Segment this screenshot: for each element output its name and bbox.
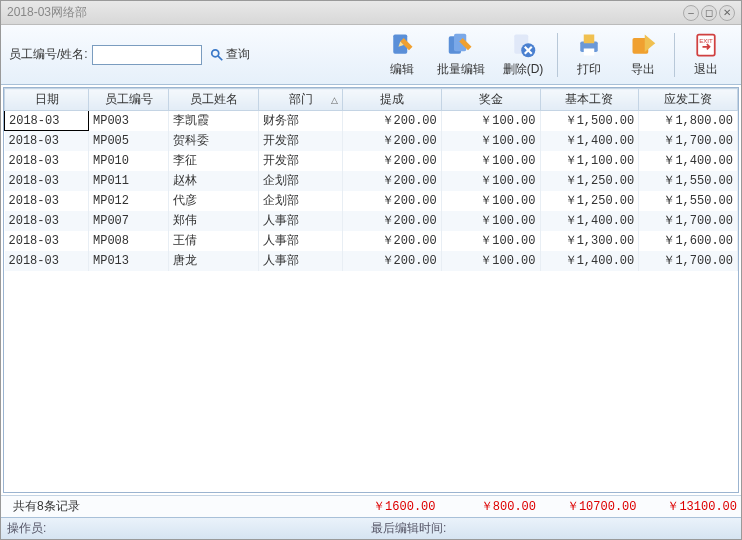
batch-edit-button[interactable]: 批量编辑 bbox=[429, 30, 493, 80]
table-cell[interactable]: 企划部 bbox=[259, 171, 343, 191]
exit-button[interactable]: EXIT 退出 bbox=[679, 30, 733, 80]
table-cell[interactable]: ￥1,400.00 bbox=[540, 251, 639, 271]
table-cell[interactable]: ￥1,550.00 bbox=[639, 191, 738, 211]
table-cell[interactable]: 代彦 bbox=[169, 191, 259, 211]
table-cell[interactable]: ￥1,300.00 bbox=[540, 231, 639, 251]
close-button[interactable]: ✕ bbox=[719, 5, 735, 21]
table-cell[interactable]: ￥200.00 bbox=[343, 231, 442, 251]
table-cell[interactable]: ￥1,550.00 bbox=[639, 171, 738, 191]
table-cell[interactable]: ￥1,800.00 bbox=[639, 111, 738, 131]
table-cell[interactable]: ￥100.00 bbox=[441, 251, 540, 271]
table-cell[interactable]: MP013 bbox=[89, 251, 169, 271]
delete-button[interactable]: 删除(D) bbox=[493, 30, 553, 80]
data-grid[interactable]: 日期 员工编号 员工姓名 部门△ 提成 奖金 基本工资 应发工资 2018-03… bbox=[3, 87, 739, 493]
table-cell[interactable]: ￥200.00 bbox=[343, 111, 442, 131]
table-cell[interactable]: ￥1,700.00 bbox=[639, 211, 738, 231]
table-cell[interactable]: 人事部 bbox=[259, 211, 343, 231]
table-cell[interactable]: MP003 bbox=[89, 111, 169, 131]
search-input[interactable] bbox=[92, 45, 202, 65]
table-cell[interactable]: ￥200.00 bbox=[343, 131, 442, 151]
table-cell[interactable]: 2018-03 bbox=[5, 131, 89, 151]
table-cell[interactable]: 开发部 bbox=[259, 151, 343, 171]
col-header-empno[interactable]: 员工编号 bbox=[89, 89, 169, 111]
table-cell[interactable]: 2018-03 bbox=[5, 231, 89, 251]
table-cell[interactable]: ￥1,250.00 bbox=[540, 191, 639, 211]
table-cell[interactable]: ￥1,600.00 bbox=[639, 231, 738, 251]
table-row[interactable]: 2018-03MP010李征开发部￥200.00￥100.00￥1,100.00… bbox=[5, 151, 738, 171]
table-cell[interactable]: ￥200.00 bbox=[343, 191, 442, 211]
print-icon bbox=[575, 31, 603, 59]
table-cell[interactable]: ￥1,400.00 bbox=[540, 211, 639, 231]
table-cell[interactable]: ￥1,500.00 bbox=[540, 111, 639, 131]
table-cell[interactable]: ￥200.00 bbox=[343, 211, 442, 231]
table-cell[interactable]: 郑伟 bbox=[169, 211, 259, 231]
col-header-commission[interactable]: 提成 bbox=[343, 89, 442, 111]
table-cell[interactable]: 王倩 bbox=[169, 231, 259, 251]
col-header-date[interactable]: 日期 bbox=[5, 89, 89, 111]
table-cell[interactable]: MP008 bbox=[89, 231, 169, 251]
print-label: 打印 bbox=[577, 61, 601, 78]
table-cell[interactable]: ￥1,400.00 bbox=[639, 151, 738, 171]
table-cell[interactable]: 2018-03 bbox=[5, 211, 89, 231]
table-cell[interactable]: 贺科委 bbox=[169, 131, 259, 151]
total-commission: ￥1600.00 bbox=[339, 498, 440, 515]
col-header-name[interactable]: 员工姓名 bbox=[169, 89, 259, 111]
table-cell[interactable]: 2018-03 bbox=[5, 171, 89, 191]
table-cell[interactable]: ￥1,700.00 bbox=[639, 131, 738, 151]
table-cell[interactable]: MP012 bbox=[89, 191, 169, 211]
table-cell[interactable]: 2018-03 bbox=[5, 111, 89, 131]
table-cell[interactable]: 2018-03 bbox=[5, 151, 89, 171]
table-cell[interactable]: ￥1,400.00 bbox=[540, 131, 639, 151]
table-cell[interactable]: ￥100.00 bbox=[441, 131, 540, 151]
table-cell[interactable]: 开发部 bbox=[259, 131, 343, 151]
table-cell[interactable]: ￥1,700.00 bbox=[639, 251, 738, 271]
table-row[interactable]: 2018-03MP008王倩人事部￥200.00￥100.00￥1,300.00… bbox=[5, 231, 738, 251]
col-header-bonus[interactable]: 奖金 bbox=[441, 89, 540, 111]
minimize-button[interactable]: – bbox=[683, 5, 699, 21]
table-cell[interactable]: ￥200.00 bbox=[343, 251, 442, 271]
table-cell[interactable]: ￥100.00 bbox=[441, 191, 540, 211]
table-row[interactable]: 2018-03MP013唐龙人事部￥200.00￥100.00￥1,400.00… bbox=[5, 251, 738, 271]
edit-button[interactable]: 编辑 bbox=[375, 30, 429, 80]
table-cell[interactable]: ￥200.00 bbox=[343, 171, 442, 191]
table-cell[interactable]: 赵林 bbox=[169, 171, 259, 191]
table-cell[interactable]: 企划部 bbox=[259, 191, 343, 211]
table-row[interactable]: 2018-03MP003李凯霞财务部￥200.00￥100.00￥1,500.0… bbox=[5, 111, 738, 131]
table-cell[interactable]: ￥100.00 bbox=[441, 231, 540, 251]
print-button[interactable]: 打印 bbox=[562, 30, 616, 80]
table-row[interactable]: 2018-03MP012代彦企划部￥200.00￥100.00￥1,250.00… bbox=[5, 191, 738, 211]
table-cell[interactable]: 人事部 bbox=[259, 231, 343, 251]
table-cell[interactable]: MP005 bbox=[89, 131, 169, 151]
table-row[interactable]: 2018-03MP005贺科委开发部￥200.00￥100.00￥1,400.0… bbox=[5, 131, 738, 151]
table-cell[interactable]: 2018-03 bbox=[5, 191, 89, 211]
table-cell[interactable]: ￥1,100.00 bbox=[540, 151, 639, 171]
edit-label: 编辑 bbox=[390, 61, 414, 78]
table-cell[interactable]: ￥100.00 bbox=[441, 171, 540, 191]
table-cell[interactable]: ￥1,250.00 bbox=[540, 171, 639, 191]
table-cell[interactable]: MP011 bbox=[89, 171, 169, 191]
col-header-payable[interactable]: 应发工资 bbox=[639, 89, 738, 111]
table-cell[interactable]: ￥200.00 bbox=[343, 151, 442, 171]
table-cell[interactable]: 李凯霞 bbox=[169, 111, 259, 131]
table-cell[interactable]: ￥100.00 bbox=[441, 151, 540, 171]
col-header-dept[interactable]: 部门△ bbox=[259, 89, 343, 111]
table-cell[interactable]: ￥100.00 bbox=[441, 111, 540, 131]
export-button[interactable]: 导出 bbox=[616, 30, 670, 80]
table-cell[interactable]: ￥100.00 bbox=[441, 211, 540, 231]
total-bonus: ￥800.00 bbox=[440, 498, 541, 515]
search-icon bbox=[210, 48, 224, 62]
search-button[interactable]: 查询 bbox=[210, 46, 250, 63]
table-cell[interactable]: MP007 bbox=[89, 211, 169, 231]
table-cell[interactable]: 2018-03 bbox=[5, 251, 89, 271]
table-cell[interactable]: 唐龙 bbox=[169, 251, 259, 271]
maximize-button[interactable]: ◻ bbox=[701, 5, 717, 21]
col-header-base[interactable]: 基本工资 bbox=[540, 89, 639, 111]
table-row[interactable]: 2018-03MP007郑伟人事部￥200.00￥100.00￥1,400.00… bbox=[5, 211, 738, 231]
table-cell[interactable]: 财务部 bbox=[259, 111, 343, 131]
toolbar: 员工编号/姓名: 查询 编辑 批量编辑 删除(D) bbox=[1, 25, 741, 85]
table-cell[interactable]: 人事部 bbox=[259, 251, 343, 271]
svg-text:EXIT: EXIT bbox=[699, 37, 713, 44]
table-cell[interactable]: 李征 bbox=[169, 151, 259, 171]
table-row[interactable]: 2018-03MP011赵林企划部￥200.00￥100.00￥1,250.00… bbox=[5, 171, 738, 191]
table-cell[interactable]: MP010 bbox=[89, 151, 169, 171]
